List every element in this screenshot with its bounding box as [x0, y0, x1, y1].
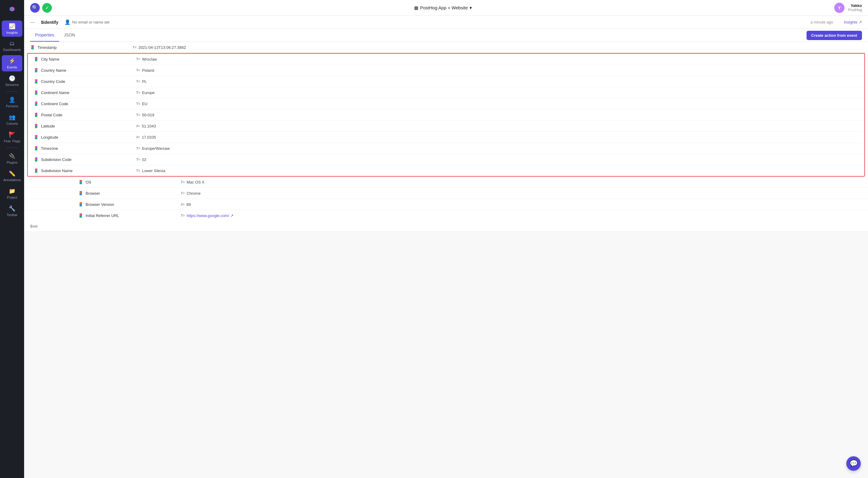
dashboards-icon: 🗂	[9, 40, 15, 47]
insights-link[interactable]: Insights ↗	[844, 20, 862, 24]
prop-value: T= 02	[136, 157, 858, 162]
svg-marker-60	[80, 202, 81, 204]
prop-key: Timezone	[34, 146, 136, 151]
sidebar-item-sessions[interactable]: 🕐 Sessions	[2, 73, 22, 89]
sidebar-item-project[interactable]: 📁 Project	[2, 185, 22, 202]
property-icon	[34, 124, 38, 128]
collapse-button[interactable]: —	[30, 20, 35, 25]
highlighted-prop-row: Subdivision Name T= Lower Silesia	[28, 165, 864, 176]
other-rows: OS T= Mac OS X Browser T= Chrome Browser…	[24, 177, 868, 221]
create-action-button[interactable]: Create action from event	[807, 31, 862, 40]
prop-key: City Name	[34, 57, 136, 62]
type-icon: #=	[136, 135, 140, 139]
highlighted-prop-row: Subdivision Code T= 02	[28, 154, 864, 165]
svg-marker-46	[35, 159, 36, 162]
prop-value: T= Chrome	[181, 191, 862, 196]
sidebar-item-events[interactable]: ⚡ Events	[2, 55, 22, 71]
avatar[interactable]: Y	[834, 3, 844, 13]
type-icon: T=	[136, 113, 140, 117]
content-area: Timestamp T= 2021-04-13T13:06:27.388Z Ci…	[24, 42, 868, 478]
logo[interactable]	[5, 2, 19, 17]
project-icon: 📁	[9, 188, 16, 194]
user-org: PostHog	[848, 8, 862, 12]
highlighted-prop-row: Longitude #= 17.0335	[28, 132, 864, 143]
highlighted-prop-row: Country Name T= Poland	[28, 65, 864, 76]
tab-json[interactable]: JSON	[59, 29, 80, 41]
prop-key-timestamp: Timestamp	[30, 45, 133, 50]
sidebar-item-plugins[interactable]: 🔌 Plugins	[2, 150, 22, 167]
highlighted-prop-row: Country Code T= PL	[28, 76, 864, 87]
project-selector[interactable]: ▦ PostHog App + Website ▾	[414, 5, 472, 10]
svg-marker-4	[31, 45, 33, 47]
sidebar-item-toolbar[interactable]: 🔧 Toolbar	[2, 203, 22, 219]
prop-value: T= Europe/Warsaw	[136, 146, 858, 151]
property-icon	[34, 157, 38, 162]
prop-key: Browser	[79, 191, 181, 196]
tabs: Properties JSON	[30, 29, 80, 41]
sidebar-item-insights[interactable]: 📈 Insights	[2, 21, 22, 37]
highlighted-prop-row: Continent Code T= EU	[28, 98, 864, 109]
plugins-icon: 🔌	[9, 153, 16, 159]
svg-marker-33	[36, 124, 37, 126]
prop-key: OS	[79, 180, 181, 185]
sidebar-item-dashboards[interactable]: 🗂 Dashboards	[2, 38, 22, 54]
svg-marker-8	[35, 57, 36, 59]
type-icon: T=	[181, 214, 185, 217]
prop-value: T= 50-019	[136, 113, 858, 117]
user-info: Yakko PostHog	[848, 3, 862, 12]
sidebar-item-annotations[interactable]: ✏️ Annotations	[2, 168, 22, 184]
type-icon: #=	[136, 124, 140, 128]
sidebar-divider-1	[6, 91, 18, 92]
property-icon	[79, 202, 83, 207]
sidebar-divider-2	[6, 148, 18, 148]
prop-value: #= 51.1043	[136, 124, 858, 128]
svg-marker-67	[81, 216, 82, 218]
annotations-icon: ✏️	[9, 170, 16, 177]
prop-key: Postal Code	[34, 113, 136, 117]
property-icon	[34, 101, 38, 106]
type-icon: T=	[136, 79, 140, 83]
svg-marker-65	[81, 213, 82, 216]
prop-row-timestamp: Timestamp T= 2021-04-13T13:06:27.388Z	[24, 42, 868, 53]
sidebar-item-persons[interactable]: 👤 Persons	[2, 94, 22, 110]
sidebar-item-cohorts[interactable]: 👥 Cohorts	[2, 111, 22, 128]
chat-button[interactable]: 💬	[846, 456, 861, 471]
other-prop-row: Browser Version #= 89	[24, 199, 868, 210]
svg-marker-57	[81, 191, 82, 193]
tabs-bar: Properties JSON Create action from event	[24, 29, 868, 42]
prop-key: Latitude	[34, 124, 136, 128]
prop-key: Initial Referrer URL	[79, 213, 181, 218]
type-icon: T=	[136, 102, 140, 105]
type-icon: T=	[136, 158, 140, 161]
svg-marker-22	[35, 93, 36, 95]
prop-key: Subdivision Code	[34, 157, 136, 162]
main-content: 🔍 ✓ ▦ PostHog App + Website ▾ Y Yakko Po…	[24, 0, 868, 478]
type-icon: T=	[136, 147, 140, 150]
svg-marker-27	[36, 104, 37, 106]
svg-marker-9	[36, 57, 37, 59]
svg-marker-29	[36, 113, 37, 115]
sidebar: 📈 Insights 🗂 Dashboards ⚡ Events 🕐 Sessi…	[0, 0, 24, 478]
type-icon: T=	[181, 191, 185, 195]
svg-marker-25	[36, 102, 37, 104]
highlighted-prop-row: Latitude #= 51.1043	[28, 121, 864, 132]
event-user: 👤 No email or name set	[64, 19, 110, 25]
prop-key: Country Name	[34, 68, 136, 73]
type-icon: T=	[136, 57, 140, 61]
svg-marker-34	[35, 126, 36, 128]
svg-marker-26	[35, 104, 36, 106]
property-icon	[34, 79, 38, 84]
check-button[interactable]: ✓	[42, 3, 52, 13]
sidebar-item-feat-flags[interactable]: 🚩 Feat. Flags	[2, 129, 22, 145]
other-prop-row: Browser T= Chrome	[24, 188, 868, 199]
svg-marker-66	[80, 216, 81, 218]
svg-marker-62	[80, 204, 81, 206]
topbar-left: 🔍 ✓	[30, 3, 52, 13]
prop-value: T= Europe	[136, 90, 858, 95]
property-icon	[34, 146, 38, 151]
property-icon	[34, 135, 38, 139]
project-title: PostHog App + Website	[420, 5, 468, 10]
tab-properties[interactable]: Properties	[30, 29, 59, 41]
search-button[interactable]: 🔍	[30, 3, 40, 13]
property-icon	[79, 213, 83, 218]
